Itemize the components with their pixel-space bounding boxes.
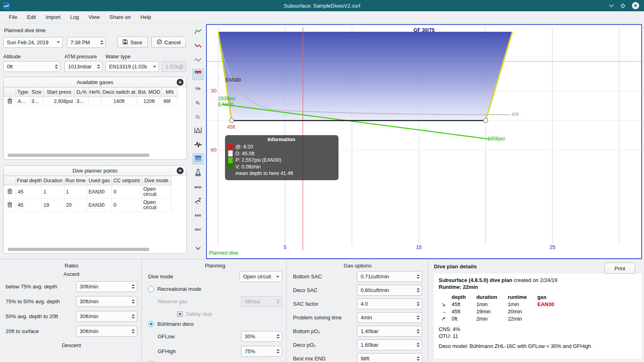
spin-arrows-icon[interactable] bbox=[415, 286, 421, 295]
cell-duration[interactable]: 19 bbox=[42, 199, 64, 212]
cell-he[interactable] bbox=[89, 97, 101, 106]
n2-graph-button[interactable]: N₂ bbox=[192, 97, 204, 108]
toolbar-scroll-down-button[interactable] bbox=[192, 243, 204, 254]
po2-graph-button[interactable] bbox=[192, 27, 204, 38]
cell-final-depth[interactable]: 45 bbox=[16, 199, 42, 212]
spin-arrows-icon[interactable] bbox=[95, 62, 102, 71]
dropdown-arrow-icon[interactable] bbox=[151, 62, 158, 71]
cell-o2[interactable]: 3… bbox=[75, 97, 89, 106]
spin-arrows-icon[interactable] bbox=[275, 332, 281, 341]
mod-button[interactable]: MOD bbox=[192, 181, 204, 193]
cell-mnd[interactable]: 98f bbox=[162, 97, 178, 106]
spin-arrows-icon[interactable] bbox=[275, 297, 281, 306]
cancel-button[interactable]: Cancel bbox=[151, 37, 186, 48]
dc-ceiling-button[interactable] bbox=[192, 69, 204, 80]
waypoint-handle[interactable] bbox=[229, 118, 234, 123]
water-type-select[interactable]: EN13319 (1.02k bbox=[105, 61, 159, 72]
spin-arrows-icon[interactable] bbox=[415, 313, 421, 322]
spin-arrows-icon[interactable] bbox=[99, 38, 105, 47]
minimize-button[interactable] bbox=[609, 4, 614, 7]
menu-share-on[interactable]: Share on bbox=[105, 12, 136, 22]
spin-arrows-icon[interactable] bbox=[179, 62, 185, 71]
delete-gas-button[interactable] bbox=[4, 97, 16, 106]
print-button[interactable]: Print bbox=[605, 263, 635, 274]
cell-start-press[interactable]: 2,938psi bbox=[43, 97, 75, 106]
cell-duration[interactable]: 1 bbox=[42, 185, 64, 199]
spin-arrows-icon[interactable] bbox=[415, 272, 421, 281]
calc-ceiling-button[interactable] bbox=[192, 125, 204, 136]
delete-point-button[interactable] bbox=[4, 199, 16, 212]
spin-arrows-icon[interactable] bbox=[130, 282, 136, 291]
pn2-graph-button[interactable] bbox=[192, 41, 204, 52]
radio-icon[interactable] bbox=[148, 286, 154, 292]
cell-size[interactable]: 3… bbox=[30, 97, 43, 106]
deco-sac-input[interactable]: 0.60cuft/min bbox=[357, 285, 422, 296]
dive-date-select[interactable]: Sun Feb 24, 2019 bbox=[3, 37, 63, 48]
dropdown-arrow-icon[interactable] bbox=[55, 38, 62, 47]
dive-mode-select[interactable]: Open circuit bbox=[239, 271, 282, 282]
spin-arrows-icon[interactable] bbox=[130, 297, 136, 306]
spin-arrows-icon[interactable] bbox=[415, 354, 421, 362]
cell-type[interactable]: A… bbox=[16, 97, 30, 106]
menu-file[interactable]: File bbox=[4, 12, 22, 22]
radio-checked-icon[interactable] bbox=[148, 321, 154, 327]
cell-dive-mode[interactable]: Open circuit bbox=[142, 199, 171, 212]
cell-cc-setpoint[interactable]: 0 bbox=[112, 185, 142, 199]
ascent-rate-50to20-input[interactable]: 30ft/min bbox=[76, 311, 137, 322]
ead-button[interactable]: EAD bbox=[192, 210, 204, 221]
menu-edit[interactable]: Edit bbox=[22, 12, 41, 22]
cell-deco-switch[interactable]: 140ft bbox=[101, 97, 137, 106]
cell-cc-setpoint[interactable]: 0 bbox=[112, 199, 142, 212]
delete-point-button[interactable] bbox=[4, 185, 16, 199]
spin-arrows-icon[interactable] bbox=[275, 347, 281, 356]
menu-log[interactable]: Log bbox=[65, 12, 84, 22]
ascent-rate-surface-input[interactable]: 30ft/min bbox=[76, 326, 137, 337]
bottom-sac-input[interactable]: 0.71cuft/min bbox=[357, 271, 422, 282]
gases-horizontal-scrollbar[interactable] bbox=[8, 154, 149, 157]
spin-arrows-icon[interactable] bbox=[415, 340, 421, 350]
cell-final-depth[interactable]: 45 bbox=[16, 185, 42, 199]
spin-arrows-icon[interactable] bbox=[415, 299, 421, 309]
gas-row[interactable]: A… 3… 2,938psi 3… 140ft 120ft 98f bbox=[4, 97, 178, 106]
dropdown-arrow-icon[interactable] bbox=[274, 272, 281, 281]
sac-factor-input[interactable]: 4.0 bbox=[357, 298, 422, 309]
points-horizontal-scrollbar[interactable] bbox=[8, 248, 149, 251]
spin-arrows-icon[interactable] bbox=[130, 312, 136, 321]
recreational-mode-option[interactable]: Recreational mode bbox=[148, 286, 282, 292]
dive-time-input[interactable]: 7:38 PM bbox=[67, 37, 106, 48]
gflow-input[interactable]: 30% bbox=[241, 331, 282, 342]
sac-button[interactable]: SAC bbox=[192, 224, 204, 235]
bottom-po2-input[interactable]: 1.40bar bbox=[357, 326, 422, 337]
diver-button[interactable] bbox=[192, 195, 204, 207]
ascent-rate-below75-input[interactable]: 30ft/min bbox=[76, 281, 137, 292]
cell-run-time[interactable]: 20 bbox=[64, 199, 87, 212]
flask-button[interactable] bbox=[192, 167, 204, 179]
he-graph-button[interactable]: He bbox=[192, 83, 204, 94]
planner-point-row[interactable]: 45 19 20 EAN30 0 Open circuit bbox=[4, 199, 171, 212]
menu-view[interactable]: View bbox=[84, 12, 105, 22]
add-gas-button[interactable] bbox=[177, 79, 184, 86]
ascent-rate-75to50-input[interactable]: 30ft/min bbox=[76, 296, 137, 307]
save-button[interactable]: Save bbox=[117, 37, 148, 48]
o2-graph-button[interactable]: O₂ bbox=[192, 111, 204, 122]
gfhigh-input[interactable]: 75% bbox=[241, 346, 282, 357]
spin-arrows-icon[interactable] bbox=[415, 327, 421, 336]
cell-bot-mod[interactable]: 120ft bbox=[137, 97, 162, 106]
add-point-button[interactable] bbox=[177, 167, 184, 174]
phe-graph-button[interactable] bbox=[192, 55, 204, 66]
altitude-input[interactable]: 0ft bbox=[3, 61, 60, 72]
waypoint-handle[interactable] bbox=[483, 118, 488, 123]
close-button[interactable] bbox=[632, 2, 639, 9]
problem-time-input[interactable]: 4min bbox=[357, 312, 422, 323]
tissues-button[interactable] bbox=[192, 153, 204, 165]
best-mix-end-input[interactable]: 98ft bbox=[357, 353, 422, 362]
cell-used-gas[interactable]: EAN30 bbox=[87, 199, 112, 212]
maximize-button[interactable] bbox=[620, 3, 625, 8]
cell-run-time[interactable]: 1 bbox=[64, 185, 87, 199]
heart-rate-button[interactable] bbox=[192, 139, 204, 150]
cell-dive-mode[interactable]: Open circuit bbox=[142, 185, 171, 199]
menu-help[interactable]: Help bbox=[136, 12, 156, 22]
deco-po2-input[interactable]: 1.60bar bbox=[357, 339, 422, 350]
cell-used-gas[interactable]: EAN30 bbox=[87, 185, 112, 199]
buhlmann-deco-option[interactable]: Bühlmann deco bbox=[148, 321, 282, 327]
